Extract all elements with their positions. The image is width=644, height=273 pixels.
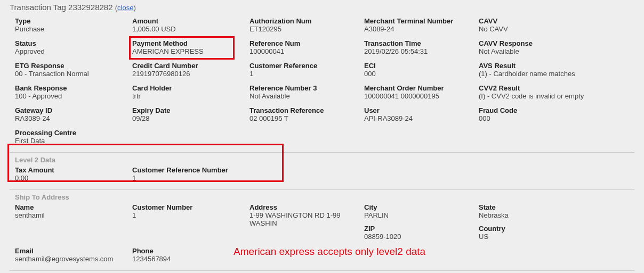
payment-method-label: Payment Method	[132, 39, 244, 47]
transaction-time-label: Transaction Time	[364, 39, 473, 47]
bank-response-value: 100 - Approved	[15, 92, 127, 100]
cust-ref-num-value: 1	[132, 174, 244, 182]
trans-ref-label: Transaction Reference	[249, 106, 359, 114]
merchant-terminal-value: A3089-24	[364, 25, 473, 33]
amount-label: Amount	[132, 17, 244, 25]
page-title: Transaction Tag 2332928282 (close)	[10, 3, 634, 12]
ship-name-label: Name	[15, 203, 127, 211]
divider	[10, 270, 634, 271]
ship-name-value: senthamil	[15, 211, 127, 219]
transaction-tag-id: 2332928282	[68, 3, 112, 12]
eci-value: 000	[364, 70, 473, 78]
reference-num-value: 100000041	[249, 47, 359, 55]
cc-number-value: 219197076980126	[132, 70, 244, 78]
cavv-label: CAVV	[479, 17, 628, 25]
processing-centre-value: First Data	[15, 137, 127, 145]
expiry-date-label: Expiry Date	[132, 106, 244, 114]
eci-label: ECI	[364, 62, 473, 70]
cvv2-result-value: (I) - CVV2 code is invalid or empty	[479, 92, 628, 100]
type-label: Type	[15, 17, 127, 25]
status-value: Approved	[15, 47, 127, 55]
auth-num-label: Authorization Num	[249, 17, 359, 25]
customer-reference-label: Customer Reference	[249, 62, 359, 70]
level2-section-title: Level 2 Data	[10, 156, 634, 164]
merchant-terminal-label: Merchant Terminal Number	[364, 17, 473, 25]
ship-city-value: PARLIN	[364, 211, 473, 219]
cust-ref-num-label: Customer Reference Number	[132, 166, 244, 174]
avs-result-label: AVS Result	[479, 62, 628, 70]
bank-response-label: Bank Response	[15, 84, 127, 92]
transaction-time-value: 2019/02/26 05:54:31	[364, 47, 473, 55]
gateway-id-value: RA3089-24	[15, 114, 127, 122]
merchant-order-label: Merchant Order Number	[364, 84, 473, 92]
avs-result-value: (1) - Cardholder name matches	[479, 70, 628, 78]
ship-email-label: Email	[15, 247, 127, 255]
ship-country-label: Country	[479, 225, 628, 233]
ship-section-title: Ship To Address	[10, 193, 634, 201]
card-holder-value: trtr	[132, 92, 244, 100]
annotation-note: American express accepts only level2 dat…	[234, 246, 425, 258]
transaction-details-grid: TypePurchase Amount1,005.00 USD Authoriz…	[10, 17, 634, 151]
fraud-code-label: Fraud Code	[479, 106, 628, 114]
card-holder-label: Card Holder	[132, 84, 244, 92]
cavv-value: No CAVV	[479, 25, 628, 33]
ship-state-label: State	[479, 203, 628, 211]
ref-num3-label: Reference Number 3	[249, 84, 359, 92]
type-value: Purchase	[15, 25, 127, 33]
gateway-id-label: Gateway ID	[15, 106, 127, 114]
ref-num3-value: Not Available	[249, 92, 359, 100]
etg-response-value: 00 - Transaction Normal	[15, 70, 127, 78]
cc-number-label: Credit Card Number	[132, 62, 244, 70]
trans-ref-value: 02 000195 T	[249, 114, 359, 122]
tax-amount-label: Tax Amount	[15, 166, 127, 174]
auth-num-value: ET120295	[249, 25, 359, 33]
payment-method-value: AMERICAN EXPRESS	[132, 47, 244, 55]
ship-state-value: Nebraska	[479, 211, 628, 219]
divider	[10, 189, 634, 190]
ship-customer-number-value: 1	[132, 211, 244, 219]
level2-grid: Tax Amount0.00 Customer Reference Number…	[10, 166, 634, 188]
ship-email-value: senthamil@egrovesystems.com	[15, 255, 127, 263]
cavv-response-value: Not Available	[479, 47, 628, 55]
customer-reference-value: 1	[249, 70, 359, 78]
ship-address-value: 1-99 WASHINGTON RD 1-99 WASHIN	[249, 211, 359, 227]
ship-address-label: Address	[249, 203, 359, 211]
ship-zip-value: 08859-1020	[364, 233, 473, 241]
ship-phone-label: Phone	[132, 247, 244, 255]
ship-country-value: US	[479, 233, 628, 241]
amount-value: 1,005.00 USD	[132, 25, 244, 33]
cavv-response-label: CAVV Response	[479, 39, 628, 47]
merchant-order-value: 100000041 0000000195	[364, 92, 473, 100]
expiry-date-value: 09/28	[132, 114, 244, 122]
ship-zip-label: ZIP	[364, 225, 473, 233]
ship-city-label: City	[364, 203, 473, 211]
divider	[10, 152, 634, 153]
reference-num-label: Reference Num	[249, 39, 359, 47]
etg-response-label: ETG Response	[15, 62, 127, 70]
processing-centre-label: Processing Centre	[15, 129, 127, 137]
close-link[interactable]: close	[117, 4, 133, 12]
ship-customer-number-label: Customer Number	[132, 203, 244, 211]
fraud-code-value: 000	[479, 114, 628, 122]
user-label: User	[364, 106, 473, 114]
ship-phone-value: 1234567894	[132, 255, 244, 263]
ship-grid: Namesenthamil Customer Number1 Address1-…	[10, 203, 634, 269]
tax-amount-value: 0.00	[15, 174, 127, 182]
title-prefix: Transaction Tag	[10, 3, 66, 12]
status-label: Status	[15, 39, 127, 47]
user-value: API-RA3089-24	[364, 114, 473, 122]
cvv2-result-label: CVV2 Result	[479, 84, 628, 92]
